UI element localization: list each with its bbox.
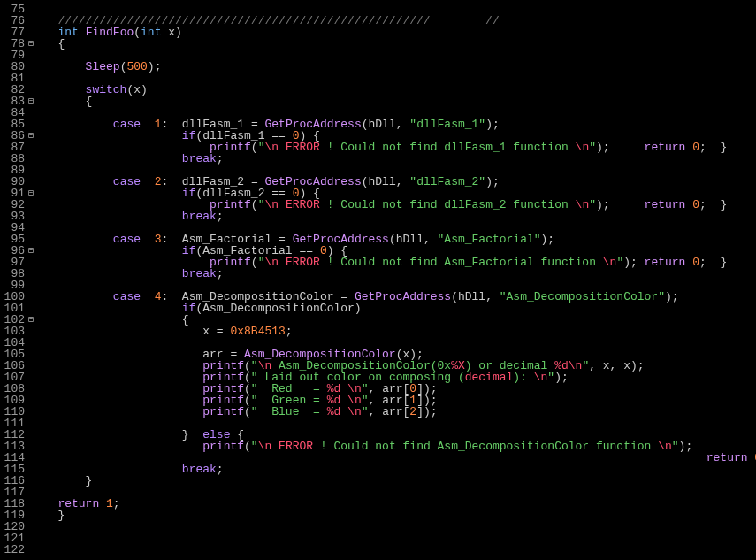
- code-line[interactable]: 77 int FindFoo(int x): [0, 27, 756, 38]
- code-line[interactable]: 80 Sleep(500);: [0, 61, 756, 73]
- code-text[interactable]: {: [37, 38, 756, 50]
- code-text[interactable]: switch(x): [37, 84, 756, 96]
- fold-toggle-icon: [25, 372, 37, 383]
- fold-toggle-icon: [25, 15, 37, 27]
- fold-toggle-icon: [25, 153, 37, 165]
- fold-toggle-icon: [25, 165, 37, 176]
- code-text[interactable]: return 1;: [37, 498, 756, 510]
- fold-toggle-icon: [25, 211, 37, 222]
- code-text[interactable]: Sleep(500);: [37, 61, 756, 73]
- fold-toggle-icon: [25, 418, 37, 429]
- code-line[interactable]: 121: [0, 533, 756, 544]
- code-text[interactable]: break;: [37, 153, 756, 165]
- code-line[interactable]: 110 printf(" Blue = %d \n", arr[2]);: [0, 406, 756, 418]
- code-line[interactable]: 78⊟ {: [0, 38, 756, 50]
- fold-toggle-icon: [25, 510, 37, 521]
- code-text[interactable]: }: [37, 475, 756, 487]
- fold-toggle-icon: [25, 142, 37, 153]
- code-line[interactable]: 116 }: [0, 475, 756, 487]
- fold-toggle-icon: [25, 61, 37, 73]
- fold-toggle-icon[interactable]: ⊟: [25, 188, 37, 199]
- fold-toggle-icon: [25, 383, 37, 395]
- code-line[interactable]: 122: [0, 544, 756, 556]
- fold-toggle-icon: [25, 176, 37, 188]
- fold-toggle-icon: [25, 498, 37, 510]
- code-line[interactable]: 119 }: [0, 510, 756, 521]
- fold-toggle-icon: [25, 291, 37, 303]
- code-text[interactable]: break;: [37, 464, 756, 475]
- code-line[interactable]: 88 break;: [0, 153, 756, 165]
- fold-toggle-icon: [25, 337, 37, 349]
- code-text[interactable]: printf(" Blue = %d \n", arr[2]);: [37, 406, 756, 418]
- code-text[interactable]: x = 0x8B4513;: [37, 326, 756, 337]
- fold-toggle-icon: [25, 464, 37, 475]
- code-text[interactable]: break;: [37, 211, 756, 222]
- fold-toggle-icon: [25, 441, 37, 452]
- fold-toggle-icon: [25, 349, 37, 360]
- fold-toggle-icon[interactable]: ⊟: [25, 96, 37, 107]
- fold-toggle-icon[interactable]: ⊟: [25, 314, 37, 326]
- fold-toggle-icon[interactable]: ⊟: [25, 130, 37, 142]
- fold-toggle-icon: [25, 475, 37, 487]
- fold-toggle-icon: [25, 84, 37, 96]
- fold-toggle-icon: [25, 544, 37, 556]
- fold-toggle-icon: [25, 222, 37, 234]
- fold-toggle-icon: [25, 360, 37, 372]
- code-text[interactable]: int FindFoo(int x): [37, 27, 756, 38]
- fold-toggle-icon: [25, 107, 37, 119]
- code-text[interactable]: {: [37, 96, 756, 107]
- fold-toggle-icon: [25, 429, 37, 441]
- code-text[interactable]: }: [37, 510, 756, 521]
- fold-toggle-icon: [25, 303, 37, 314]
- fold-toggle-icon: [25, 199, 37, 211]
- fold-toggle-icon[interactable]: ⊟: [25, 38, 37, 50]
- code-editor[interactable]: 7576 ///////////////////////////////////…: [0, 0, 756, 556]
- code-line[interactable]: 120: [0, 521, 756, 533]
- fold-toggle-icon: [25, 533, 37, 544]
- fold-toggle-icon: [25, 326, 37, 337]
- fold-toggle-icon: [25, 406, 37, 418]
- line-number: 122: [0, 544, 25, 556]
- fold-toggle-icon: [25, 4, 37, 15]
- code-text[interactable]: [37, 544, 756, 556]
- fold-toggle-icon: [25, 452, 37, 464]
- fold-toggle-icon: [25, 73, 37, 84]
- code-text[interactable]: [37, 533, 756, 544]
- code-line[interactable]: 98 break;: [0, 268, 756, 280]
- code-line[interactable]: 93 break;: [0, 211, 756, 222]
- code-line[interactable]: 115 break;: [0, 464, 756, 475]
- code-line[interactable]: 118 return 1;: [0, 498, 756, 510]
- fold-toggle-icon: [25, 280, 37, 291]
- fold-toggle-icon: [25, 268, 37, 280]
- code-line[interactable]: 83⊟ {: [0, 96, 756, 107]
- code-text[interactable]: break;: [37, 268, 756, 280]
- fold-toggle-icon: [25, 257, 37, 268]
- fold-toggle-icon: [25, 395, 37, 406]
- fold-toggle-icon: [25, 487, 37, 498]
- code-text[interactable]: [37, 521, 756, 533]
- code-text[interactable]: [37, 487, 756, 498]
- code-line[interactable]: 82 switch(x): [0, 84, 756, 96]
- fold-toggle-icon: [25, 234, 37, 245]
- fold-toggle-icon: [25, 50, 37, 61]
- fold-toggle-icon: [25, 119, 37, 130]
- fold-toggle-icon[interactable]: ⊟: [25, 245, 37, 257]
- fold-toggle-icon: [25, 521, 37, 533]
- code-line[interactable]: 103 x = 0x8B4513;: [0, 326, 756, 337]
- fold-toggle-icon: [25, 27, 37, 38]
